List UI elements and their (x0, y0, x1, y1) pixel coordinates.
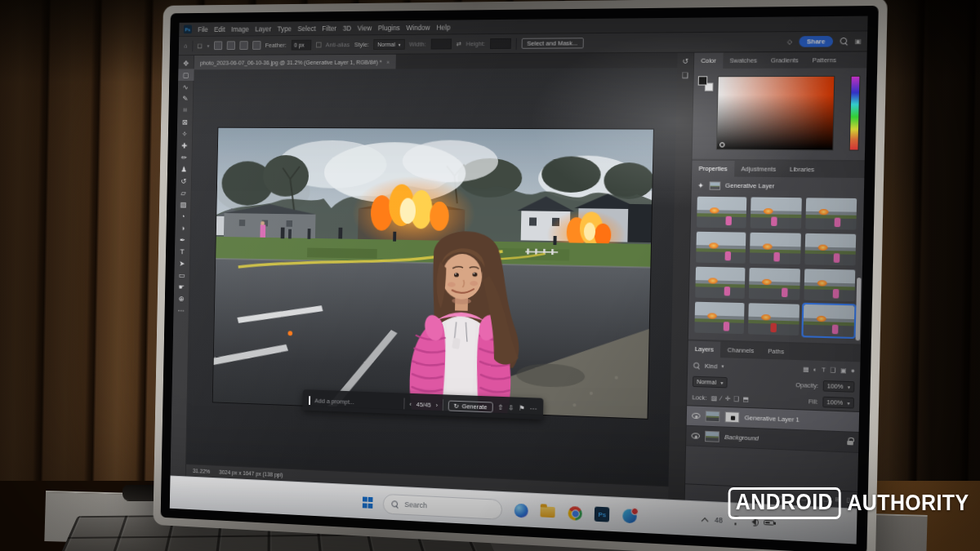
menu-item[interactable]: Layer (255, 24, 271, 33)
scrollbar[interactable] (856, 278, 862, 340)
battery-icon[interactable] (764, 520, 774, 526)
tool-icon[interactable]: ⌗ (177, 104, 193, 116)
dock-panel-icon[interactable]: ↺ (682, 57, 688, 65)
visibility-eye-icon[interactable] (692, 413, 701, 420)
tool-icon[interactable]: ⊠ (177, 116, 193, 127)
windows-start-icon[interactable] (363, 497, 373, 509)
tool-icon[interactable]: ▭ (174, 269, 189, 281)
zoom-level[interactable]: 31.22% (193, 468, 210, 474)
thumbs-up-icon[interactable]: ⇧ (497, 403, 503, 411)
menu-item[interactable]: File (198, 25, 208, 33)
menu-item[interactable]: Edit (214, 25, 225, 33)
menu-item[interactable]: Type (278, 24, 292, 33)
file-explorer-icon[interactable] (540, 503, 556, 520)
hue-slider[interactable] (849, 76, 861, 151)
tool-icon[interactable]: ➤ (174, 257, 189, 269)
height-input[interactable] (490, 38, 511, 49)
variation-thumbnail[interactable] (694, 302, 745, 335)
panel-tab[interactable]: Color (694, 52, 723, 69)
menu-item[interactable]: Window (406, 23, 430, 31)
panel-tab[interactable]: Libraries (782, 161, 822, 177)
next-variation-icon[interactable]: › (436, 401, 439, 408)
tech-preview-icon[interactable]: ◇ (787, 38, 792, 45)
tool-icon[interactable]: ☛ (174, 281, 189, 293)
subtract-selection-icon[interactable] (239, 41, 247, 50)
chrome-icon[interactable] (567, 504, 584, 522)
canvas-area[interactable]: Add a prompt... ‹ 45/45 › ↻ Generate (186, 68, 677, 486)
thumbs-down-icon[interactable]: ⇩ (508, 403, 514, 411)
tool-icon[interactable]: ✒ (175, 233, 190, 246)
tool-icon[interactable]: ✏ (176, 151, 192, 163)
panel-tab[interactable]: Channels (720, 342, 761, 359)
blend-mode-select[interactable]: Normal ▾ (693, 376, 728, 389)
menu-item[interactable]: Help (436, 23, 450, 31)
tool-icon[interactable]: ◔ (175, 210, 190, 222)
tool-icon[interactable]: ✚ (176, 140, 192, 152)
tool-icon[interactable]: ✧ (176, 128, 192, 140)
tray-chevron-icon[interactable] (701, 518, 708, 525)
layer-thumbnail[interactable] (705, 431, 719, 442)
volume-icon[interactable] (748, 518, 756, 526)
tool-preset-icon[interactable]: ▢ (197, 42, 203, 50)
home-icon[interactable]: ⌂ (184, 42, 187, 50)
menu-item[interactable]: Select (297, 24, 315, 33)
layer-thumbnail[interactable] (706, 411, 720, 422)
panel-tab[interactable]: Paths (761, 343, 791, 360)
lock-icon[interactable]: ▨ (711, 394, 718, 402)
variation-thumbnail[interactable] (751, 197, 801, 229)
more-options-icon[interactable]: ⋯ (530, 404, 537, 412)
variation-thumbnail[interactable] (804, 269, 855, 301)
tool-icon[interactable]: ✎ (177, 92, 193, 104)
filter-kind-label[interactable]: Kind (705, 362, 718, 370)
width-input[interactable] (430, 38, 452, 49)
variation-thumbnail[interactable] (750, 233, 800, 264)
foreground-background-swatches[interactable] (698, 76, 714, 91)
tool-icon[interactable]: ↺ (176, 175, 191, 187)
saturation-field[interactable] (716, 76, 835, 151)
layer-filter-icon[interactable]: ▦ (803, 365, 809, 373)
anti-alias-checkbox[interactable] (315, 42, 321, 48)
style-select[interactable]: Normal▾ (373, 39, 404, 50)
layer-filter-icon[interactable]: ● (851, 367, 855, 375)
chevron-down-icon[interactable]: ▾ (721, 363, 724, 368)
close-icon[interactable]: × (386, 58, 390, 65)
tool-icon[interactable]: ▢ (178, 69, 194, 80)
panel-tab[interactable]: Properties (692, 161, 734, 177)
feather-input[interactable]: 0 px (291, 40, 311, 51)
select-and-mask-button[interactable]: Select and Mask... (521, 38, 583, 49)
flag-icon[interactable]: ⚑ (519, 404, 525, 412)
variation-thumbnail[interactable] (695, 267, 746, 299)
share-button[interactable]: Share (799, 36, 833, 47)
menu-item[interactable]: View (358, 24, 372, 32)
variation-thumbnail[interactable] (748, 303, 799, 335)
tool-icon[interactable]: ▱ (176, 187, 191, 199)
taskbar-search[interactable]: Search (383, 493, 503, 519)
opacity-select[interactable]: 100% ▾ (822, 380, 854, 393)
tool-icon[interactable]: ∿ (177, 81, 193, 92)
prompt-input[interactable]: Add a prompt... (314, 397, 354, 406)
panel-tab[interactable]: Swatches (723, 52, 764, 69)
variation-thumbnail[interactable] (803, 304, 854, 337)
add-selection-icon[interactable] (226, 41, 234, 50)
layer-filter-icon[interactable]: T (822, 366, 826, 374)
intersect-selection-icon[interactable] (252, 41, 261, 50)
canvas-image[interactable] (213, 128, 653, 419)
search-icon[interactable] (840, 38, 848, 45)
tool-icon[interactable]: T (174, 245, 189, 257)
variation-thumbnail[interactable] (805, 198, 857, 229)
new-selection-icon[interactable] (214, 41, 222, 50)
lock-icon[interactable]: ∕ (720, 394, 722, 402)
edge-icon[interactable] (621, 507, 639, 524)
panel-tab[interactable]: Patterns (805, 52, 844, 69)
lock-icon[interactable]: ✛ (725, 395, 731, 402)
panel-tab[interactable]: Layers (688, 341, 720, 358)
generate-button[interactable]: ↻ Generate (448, 400, 493, 412)
document-tab[interactable]: photo_2023-06-07_06-10-36.jpg @ 31.2% (G… (194, 55, 397, 70)
layer-mask-thumbnail[interactable] (724, 411, 739, 423)
menu-item[interactable]: Plugins (378, 24, 400, 32)
tool-icon[interactable]: ♟ (176, 163, 191, 176)
photoshop-taskbar-icon[interactable]: Ps (594, 505, 611, 522)
lock-icon[interactable]: ⬒ (743, 395, 750, 403)
tool-icon[interactable]: ◑ (175, 222, 190, 234)
visibility-eye-icon[interactable] (692, 433, 701, 439)
